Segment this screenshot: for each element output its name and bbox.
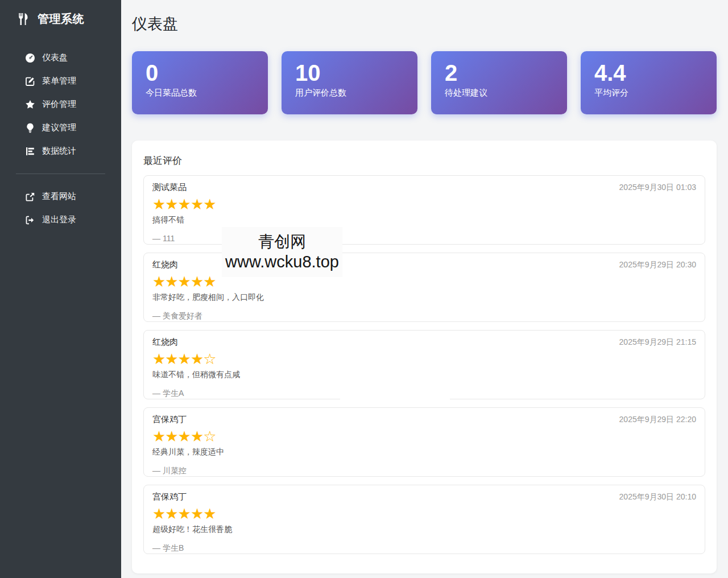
review-card: 宫保鸡丁 2025年9月29日 22:20 ★★★★☆ 经典川菜，辣度适中 — … — [143, 407, 705, 477]
watermark-site-url: www.wcku8.top — [225, 251, 339, 272]
review-star-rating: ★★★★☆ — [152, 429, 696, 444]
review-comment: 超级好吃！花生很香脆 — [152, 525, 696, 535]
logout-icon — [25, 215, 35, 225]
sidebar-item-label: 菜单管理 — [42, 76, 76, 86]
tachometer-icon — [25, 53, 35, 63]
review-comment: 经典川菜，辣度适中 — [152, 447, 696, 457]
review-dish-name: 测试菜品 — [152, 182, 187, 193]
stats-row: 0 今日菜品总数 10 用户评价总数 2 待处理建议 4.4 平均评分 — [132, 51, 717, 114]
review-dish-name: 红烧肉 — [152, 259, 178, 270]
review-author: — 美食爱好者 — [152, 311, 696, 321]
sidebar-item-dashboard[interactable]: 仪表盘 — [0, 46, 121, 69]
stat-card-average-rating: 4.4 平均评分 — [581, 51, 717, 114]
sidebar-item-label: 查看网站 — [42, 191, 76, 202]
review-date: 2025年9月29日 21:15 — [619, 337, 696, 348]
sidebar-item-label: 退出登录 — [42, 214, 76, 225]
stat-card-pending-suggestions: 2 待处理建议 — [431, 51, 567, 114]
review-dish-name: 宫保鸡丁 — [152, 414, 187, 425]
review-card: 宫保鸡丁 2025年9月30日 20:10 ★★★★★ 超级好吃！花生很香脆 —… — [143, 485, 705, 554]
stat-value: 2 — [445, 59, 553, 87]
sidebar: 管理系统 仪表盘 菜单管理 — [0, 0, 121, 578]
review-dish-name: 红烧肉 — [152, 337, 178, 348]
review-comment: 非常好吃，肥瘦相间，入口即化 — [152, 292, 696, 303]
watermark-blank-patch — [340, 387, 450, 403]
review-comment: 味道不错，但稍微有点咸 — [152, 370, 696, 380]
review-date: 2025年9月30日 20:10 — [619, 492, 696, 502]
sidebar-item-view-site[interactable]: 查看网站 — [0, 185, 121, 208]
review-date: 2025年9月30日 01:03 — [619, 183, 696, 193]
app-logo: 管理系统 — [0, 0, 121, 37]
review-star-rating: ★★★★☆ — [152, 352, 696, 366]
sidebar-item-label: 仪表盘 — [42, 52, 68, 63]
review-author: — 学生B — [152, 543, 696, 554]
main-content: 仪表盘 0 今日菜品总数 10 用户评价总数 2 待处理建议 4.4 平均评分 … — [121, 0, 728, 578]
edit-icon — [25, 76, 35, 86]
stat-value: 0 — [146, 59, 254, 87]
watermark-overlay: 青创网 www.wcku8.top — [222, 227, 342, 277]
sidebar-menu: 仪表盘 菜单管理 评价管理 — [0, 37, 121, 232]
review-date: 2025年9月29日 22:20 — [619, 415, 696, 425]
chart-bars-icon — [25, 146, 35, 156]
sidebar-item-suggestion-management[interactable]: 建议管理 — [0, 116, 121, 139]
review-comment: 搞得不错 — [152, 215, 696, 225]
utensils-icon — [16, 12, 30, 26]
stat-label: 待处理建议 — [445, 88, 553, 98]
lightbulb-icon — [25, 123, 35, 133]
sidebar-divider — [16, 174, 105, 174]
watermark-site-name: 青创网 — [258, 232, 306, 251]
stat-card-total-reviews: 10 用户评价总数 — [282, 51, 417, 114]
sidebar-item-statistics[interactable]: 数据统计 — [0, 139, 121, 163]
page-title: 仪表盘 — [132, 14, 717, 34]
stat-value: 4.4 — [594, 59, 703, 87]
stat-value: 10 — [295, 59, 404, 87]
sidebar-item-review-management[interactable]: 评价管理 — [0, 93, 121, 116]
sidebar-item-label: 建议管理 — [42, 122, 76, 133]
sidebar-item-label: 评价管理 — [42, 99, 76, 110]
review-star-rating: ★★★★★ — [152, 506, 696, 521]
external-link-icon — [25, 192, 35, 202]
star-icon — [25, 100, 35, 110]
stat-label: 平均评分 — [594, 88, 703, 98]
stat-label: 用户评价总数 — [295, 88, 404, 98]
stat-card-today-dishes: 0 今日菜品总数 — [132, 51, 268, 114]
review-dish-name: 宫保鸡丁 — [152, 492, 187, 502]
review-date: 2025年9月29日 20:30 — [619, 260, 696, 270]
review-author: — 川菜控 — [152, 466, 696, 476]
panel-title: 最近评价 — [143, 154, 705, 167]
sidebar-item-logout[interactable]: 退出登录 — [0, 208, 121, 232]
sidebar-item-menu-management[interactable]: 菜单管理 — [0, 69, 121, 93]
stat-label: 今日菜品总数 — [146, 88, 254, 98]
sidebar-item-label: 数据统计 — [42, 146, 76, 156]
review-star-rating: ★★★★★ — [152, 197, 696, 212]
recent-reviews-panel: 最近评价 测试菜品 2025年9月30日 01:03 ★★★★★ 搞得不错 — … — [132, 141, 717, 573]
app-title: 管理系统 — [38, 11, 84, 27]
